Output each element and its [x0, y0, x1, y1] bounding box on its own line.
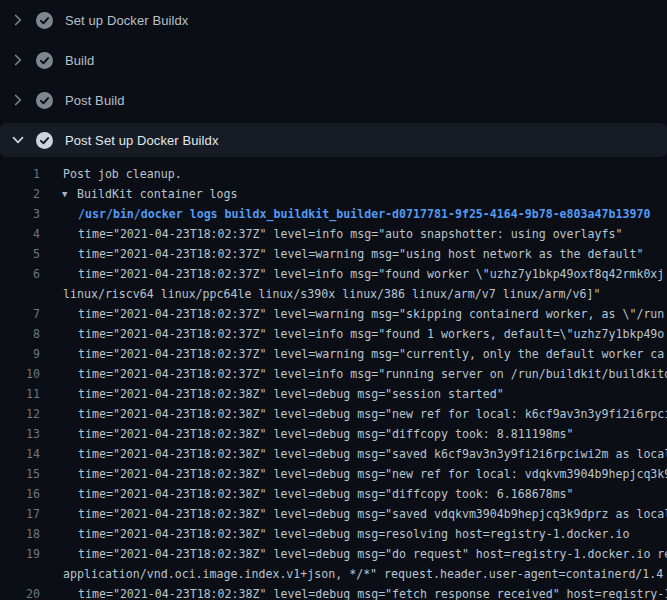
log-line-number	[0, 284, 40, 304]
log-command-text: /usr/bin/docker logs buildx_buildkit_bui…	[40, 204, 650, 224]
log-line-number[interactable]: 6	[0, 264, 40, 284]
log-line-text: application/vnd.oci.image.index.v1+json,…	[40, 564, 663, 584]
log-line: 4time="2021-04-23T18:02:37Z" level=info …	[0, 224, 667, 244]
log-line-number[interactable]: 19	[0, 544, 40, 564]
log-line-text: time="2021-04-23T18:02:38Z" level=debug …	[40, 424, 574, 444]
check-circle-icon	[36, 132, 53, 149]
check-circle-icon	[36, 52, 53, 69]
log-line-number[interactable]: 15	[0, 464, 40, 484]
log-line-number[interactable]: 8	[0, 324, 40, 344]
log-line-number[interactable]: 2	[0, 184, 40, 204]
step-title: Set up Docker Buildx	[65, 13, 188, 28]
log-line-text: time="2021-04-23T18:02:38Z" level=debug …	[40, 404, 667, 424]
log-line-number[interactable]: 20	[0, 584, 40, 600]
log-line-number[interactable]: 12	[0, 404, 40, 424]
check-circle-icon	[36, 12, 53, 29]
log-line-text: BuildKit container logs	[77, 184, 238, 204]
step-row[interactable]: Build	[0, 40, 667, 80]
log-line-number[interactable]: 13	[0, 424, 40, 444]
check-circle-icon	[36, 92, 53, 109]
log-line-number[interactable]: 10	[0, 364, 40, 384]
log-line-text: Post job cleanup.	[40, 164, 182, 184]
log-line: 13time="2021-04-23T18:02:38Z" level=debu…	[0, 424, 667, 444]
log-line: 1Post job cleanup.	[0, 164, 667, 184]
log-line-text: time="2021-04-23T18:02:37Z" level=warnin…	[40, 304, 664, 324]
log-line-text: time="2021-04-23T18:02:37Z" level=info m…	[40, 324, 664, 344]
log-line-number[interactable]: 7	[0, 304, 40, 324]
log-line-text: time="2021-04-23T18:02:38Z" level=debug …	[40, 484, 574, 504]
log-line-text: time="2021-04-23T18:02:38Z" level=debug …	[40, 384, 504, 404]
chevron-right-icon	[10, 12, 26, 28]
log-line-text: time="2021-04-23T18:02:38Z" level=debug …	[40, 544, 667, 564]
log-line: 6time="2021-04-23T18:02:37Z" level=info …	[0, 264, 667, 284]
log-line-text: time="2021-04-23T18:02:38Z" level=debug …	[40, 504, 667, 524]
log-line: 2▼BuildKit container logs	[0, 184, 667, 204]
step-row[interactable]: Post Build	[0, 80, 667, 120]
log-line: 8time="2021-04-23T18:02:37Z" level=info …	[0, 324, 667, 344]
log-line-number[interactable]: 4	[0, 224, 40, 244]
log-line-text: time="2021-04-23T18:02:38Z" level=debug …	[40, 524, 629, 544]
log-line-number[interactable]: 18	[0, 524, 40, 544]
step-title: Post Build	[65, 93, 125, 108]
log-line: 19time="2021-04-23T18:02:38Z" level=debu…	[0, 544, 667, 564]
log-line-number[interactable]: 11	[0, 384, 40, 404]
chevron-right-icon	[10, 92, 26, 108]
log-line-number[interactable]: 17	[0, 504, 40, 524]
log-line-number	[0, 564, 40, 584]
log-line-number[interactable]: 5	[0, 244, 40, 264]
log-line: 14time="2021-04-23T18:02:38Z" level=debu…	[0, 444, 667, 464]
log-line-text: time="2021-04-23T18:02:38Z" level=debug …	[40, 444, 667, 464]
log-line-number[interactable]: 9	[0, 344, 40, 364]
log-line: 5time="2021-04-23T18:02:37Z" level=warni…	[0, 244, 667, 264]
log-viewer: 1Post job cleanup.2▼BuildKit container l…	[0, 160, 667, 600]
log-group-toggle-icon[interactable]: ▼	[40, 184, 77, 204]
log-line-number[interactable]: 14	[0, 444, 40, 464]
step-row[interactable]: Post Set up Docker Buildx	[0, 123, 667, 157]
log-line-text: time="2021-04-23T18:02:37Z" level=info m…	[40, 224, 622, 244]
log-line-text: time="2021-04-23T18:02:38Z" level=debug …	[40, 464, 667, 484]
log-line: 15time="2021-04-23T18:02:38Z" level=debu…	[0, 464, 667, 484]
log-line-text: time="2021-04-23T18:02:37Z" level=info m…	[40, 364, 667, 384]
chevron-right-icon	[10, 52, 26, 68]
log-line: 7time="2021-04-23T18:02:37Z" level=warni…	[0, 304, 667, 324]
steps-list: Set up Docker Buildx Build P	[0, 0, 667, 157]
log-line-continuation: linux/riscv64 linux/ppc64le linux/s390x …	[0, 284, 667, 304]
log-line-text: time="2021-04-23T18:02:38Z" level=debug …	[40, 584, 667, 600]
log-line-text: linux/riscv64 linux/ppc64le linux/s390x …	[40, 284, 600, 304]
log-line: 17time="2021-04-23T18:02:38Z" level=debu…	[0, 504, 667, 524]
log-line-number[interactable]: 16	[0, 484, 40, 504]
log-line: 10time="2021-04-23T18:02:37Z" level=info…	[0, 364, 667, 384]
log-line-text: time="2021-04-23T18:02:37Z" level=info m…	[40, 264, 664, 284]
log-line: 9time="2021-04-23T18:02:37Z" level=warni…	[0, 344, 667, 364]
log-line: 16time="2021-04-23T18:02:38Z" level=debu…	[0, 484, 667, 504]
step-title: Post Set up Docker Buildx	[65, 133, 219, 148]
log-line: 3/usr/bin/docker logs buildx_buildkit_bu…	[0, 204, 667, 224]
log-line-continuation: application/vnd.oci.image.index.v1+json,…	[0, 564, 667, 584]
chevron-down-icon	[10, 132, 26, 148]
log-line: 20time="2021-04-23T18:02:38Z" level=debu…	[0, 584, 667, 600]
log-line-text: time="2021-04-23T18:02:37Z" level=warnin…	[40, 344, 664, 364]
log-line-number[interactable]: 3	[0, 204, 40, 224]
log-line-text: time="2021-04-23T18:02:37Z" level=warnin…	[40, 244, 643, 264]
log-line-number[interactable]: 1	[0, 164, 40, 184]
step-title: Build	[65, 53, 94, 68]
log-line: 18time="2021-04-23T18:02:38Z" level=debu…	[0, 524, 667, 544]
log-line: 11time="2021-04-23T18:02:38Z" level=debu…	[0, 384, 667, 404]
log-line: 12time="2021-04-23T18:02:38Z" level=debu…	[0, 404, 667, 424]
step-row[interactable]: Set up Docker Buildx	[0, 0, 667, 40]
